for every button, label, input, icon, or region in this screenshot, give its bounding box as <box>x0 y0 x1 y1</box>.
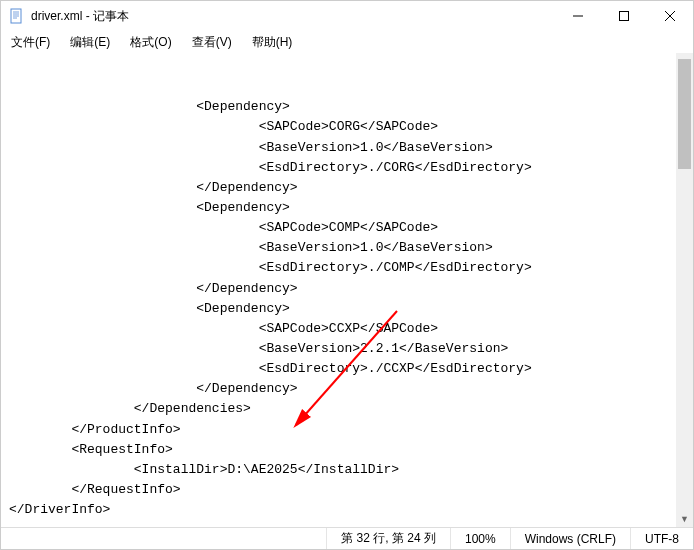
status-position: 第 32 行, 第 24 列 <box>326 528 450 549</box>
text-line[interactable]: </RequestInfo> <box>9 480 685 500</box>
menu-bar: 文件(F) 编辑(E) 格式(O) 查看(V) 帮助(H) <box>1 31 693 53</box>
scroll-down-icon[interactable]: ▼ <box>676 510 693 527</box>
window-controls <box>555 1 693 31</box>
text-line[interactable]: <Dependency> <box>9 299 685 319</box>
window-title: driver.xml - 记事本 <box>31 8 555 25</box>
scrollbar-thumb[interactable] <box>678 59 691 169</box>
text-line[interactable]: <RequestInfo> <box>9 440 685 460</box>
close-button[interactable] <box>647 1 693 31</box>
text-line[interactable]: <EsdDirectory>./COMP</EsdDirectory> <box>9 258 685 278</box>
menu-edit[interactable]: 编辑(E) <box>66 33 114 52</box>
text-line[interactable]: <BaseVersion>1.0</BaseVersion> <box>9 138 685 158</box>
menu-file[interactable]: 文件(F) <box>7 33 54 52</box>
text-editor-area[interactable]: <Dependency> <SAPCode>CORG</SAPCode> <Ba… <box>1 53 693 527</box>
text-line[interactable]: </ProductInfo> <box>9 420 685 440</box>
text-content[interactable]: <Dependency> <SAPCode>CORG</SAPCode> <Ba… <box>9 97 685 520</box>
minimize-button[interactable] <box>555 1 601 31</box>
text-line[interactable]: <EsdDirectory>./CCXP</EsdDirectory> <box>9 359 685 379</box>
menu-format[interactable]: 格式(O) <box>126 33 175 52</box>
status-bar: 第 32 行, 第 24 列 100% Windows (CRLF) UTF-8 <box>1 527 693 549</box>
menu-help[interactable]: 帮助(H) <box>248 33 297 52</box>
text-line[interactable]: <InstallDir>D:\AE2025</InstallDir> <box>9 460 685 480</box>
text-line[interactable]: <BaseVersion>2.2.1</BaseVersion> <box>9 339 685 359</box>
scrollbar-vertical[interactable]: ▲ ▼ <box>676 53 693 527</box>
text-line[interactable]: </Dependency> <box>9 379 685 399</box>
text-line[interactable]: <SAPCode>COMP</SAPCode> <box>9 218 685 238</box>
svg-rect-6 <box>620 12 629 21</box>
title-bar: driver.xml - 记事本 <box>1 1 693 31</box>
menu-view[interactable]: 查看(V) <box>188 33 236 52</box>
text-line[interactable]: <BaseVersion>1.0</BaseVersion> <box>9 238 685 258</box>
status-zoom: 100% <box>450 528 510 549</box>
text-line[interactable]: </Dependencies> <box>9 399 685 419</box>
text-line[interactable]: <Dependency> <box>9 198 685 218</box>
notepad-icon <box>9 8 25 24</box>
text-line[interactable]: <EsdDirectory>./CORG</EsdDirectory> <box>9 158 685 178</box>
text-line[interactable]: <Dependency> <box>9 97 685 117</box>
text-line[interactable]: </Dependency> <box>9 178 685 198</box>
text-line[interactable]: </DriverInfo> <box>9 500 685 520</box>
maximize-button[interactable] <box>601 1 647 31</box>
status-eol: Windows (CRLF) <box>510 528 630 549</box>
text-line[interactable]: </Dependency> <box>9 279 685 299</box>
status-encoding: UTF-8 <box>630 528 693 549</box>
text-line[interactable]: <SAPCode>CORG</SAPCode> <box>9 117 685 137</box>
text-line[interactable]: <SAPCode>CCXP</SAPCode> <box>9 319 685 339</box>
